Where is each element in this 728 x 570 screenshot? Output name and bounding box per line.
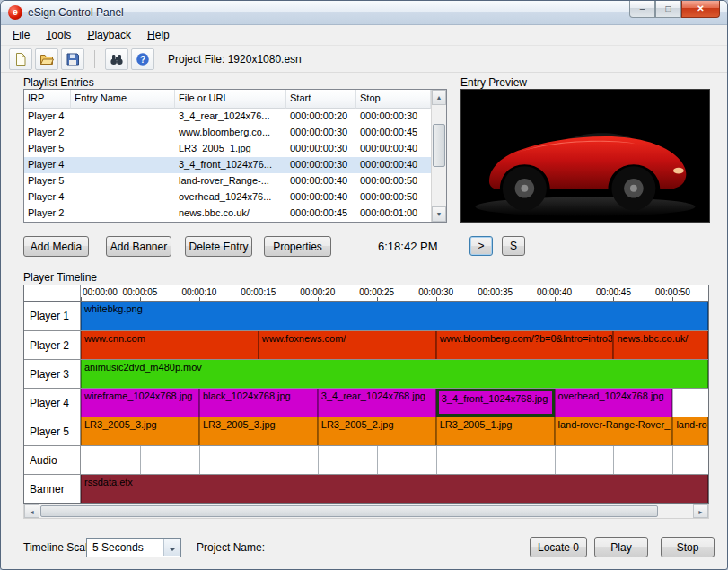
menu-help[interactable]: Help [139,26,178,44]
minimize-button[interactable]: – [629,1,655,18]
preview-section-title: Entry Preview [460,76,527,89]
playlist-cell-file: 3_4_front_1024x76... [175,157,286,173]
toolbar: ? Project File: 1920x1080.esn [1,46,727,73]
playlist-column-start[interactable]: Start [286,90,356,109]
timeline-clip[interactable]: 3_4_rear_1024x768.jpg [318,389,436,417]
timeline-clip[interactable]: overhead_1024x768.jpg [555,389,673,417]
playlist-column-file-or-url[interactable]: File or URL [175,90,286,109]
playlist-row[interactable]: Player 4overhead_1024x76...000:00:00:400… [24,189,431,206]
timeline-clip[interactable]: land-rover-Range-Rover_1 [672,417,708,445]
playlist-cell-file: 3_4_rear_1024x76... [175,109,286,125]
playlist-cell-entry-name [71,173,175,189]
track-label: Player 2 [24,331,81,359]
playlist-row[interactable]: Player 2news.bbc.co.uk/000:00:00:45000:0… [24,206,431,222]
timeline-clip[interactable]: LR3_2005_3.jpg [199,417,318,445]
timeline-scroll-thumb[interactable] [40,505,658,517]
track-lane[interactable]: www.cnn.comwww.foxnews.com/www.bloomberg… [81,331,708,359]
maximize-button[interactable]: □ [655,1,681,18]
timeline-clip[interactable]: 3_4_front_1024x768.jpg [436,389,555,417]
playlist-cell-entry-name [71,189,175,206]
ruler-label: 00:00:30 [418,287,453,297]
clip-label: animusic2dvd_m480p.mov [82,360,707,374]
scroll-down-icon[interactable]: ▼ [432,206,446,222]
playlist-cell-start: 000:00:00:20 [286,109,356,125]
clip-label: www.cnn.com [82,331,258,346]
help-button[interactable]: ? [131,48,154,70]
track-lane[interactable]: animusic2dvd_m480p.mov [81,360,708,388]
timeline-clip[interactable]: LR3_2005_3.jpg [81,417,199,445]
timeline-track-audio: Audio [24,445,708,474]
timeline-clip[interactable]: www.bloomberg.com/?b=0&Intro=intro3 [436,331,614,359]
scroll-up-icon[interactable]: ▲ [432,90,446,105]
add-media-button[interactable]: Add Media [23,236,89,257]
scroll-left-icon[interactable]: ◄ [24,504,39,518]
clip-label: land-rover-Range-Rover_1 [556,417,672,432]
timeline-clip[interactable]: www.foxnews.com/ [259,331,436,359]
timeline-clip[interactable]: whitebkg.png [81,302,708,330]
playlist-main: IRPEntry NameFile or URLStartStop Player… [24,90,431,222]
playlist-header: IRPEntry NameFile or URLStartStop [24,90,431,109]
playlist-column-irp[interactable]: IRP [24,90,71,109]
properties-button[interactable]: Properties [264,236,331,257]
ruler-tick [496,297,496,301]
track-lane[interactable]: wireframe_1024x768.jpgblack_1024x768.jpg… [81,389,708,417]
playlist-scrollbar[interactable]: ▲ ▼ [431,90,446,222]
timeline-clip[interactable]: rssdata.etx [81,475,708,503]
track-lane[interactable] [81,446,708,474]
project-name-label: Project Name: [197,541,265,554]
menu-file[interactable]: File [4,26,38,44]
playlist-row[interactable]: Player 5land-rover_Range-...000:00:00:40… [24,173,431,189]
timeline-clip[interactable]: news.bbc.co.uk/ [613,331,708,359]
timeline-scrollbar[interactable]: ◄ ► [23,504,709,519]
preview-stop-button[interactable]: S [502,236,525,256]
locate-button[interactable]: Locate 0 [530,537,587,557]
track-lane[interactable]: whitebkg.png [81,302,708,330]
app-icon[interactable]: e [8,5,22,20]
playlist-column-entry-name[interactable]: Entry Name [71,90,175,109]
timeline-clip[interactable]: black_1024x768.jpg [199,389,318,417]
playlist-cell-irp: Player 4 [24,109,71,125]
delete-entry-button[interactable]: Delete Entry [185,236,252,257]
playlist-row[interactable]: Player 43_4_rear_1024x76...000:00:00:200… [24,109,431,125]
menu-tools[interactable]: Tools [38,26,79,44]
playlist-cell-stop: 000:00:00:40 [356,157,431,173]
chevron-down-icon[interactable] [163,539,180,556]
playlist-cell-stop: 000:00:00:40 [356,141,431,157]
menu-playback[interactable]: Playback [79,26,139,44]
timeline-clip[interactable]: land-rover-Range-Rover_1 [555,417,673,445]
find-button[interactable] [105,48,128,70]
playlist-cell-entry-name [71,125,175,141]
open-project-button[interactable] [35,48,58,70]
track-lane[interactable]: rssdata.etx [81,475,708,503]
timeline-clip[interactable]: www.cnn.com [81,331,259,359]
track-label: Player 5 [24,417,81,445]
clip-label: black_1024x768.jpg [200,389,317,403]
timeline-clip[interactable]: animusic2dvd_m480p.mov [81,360,708,388]
new-project-button[interactable] [9,48,32,70]
track-lane[interactable]: LR3_2005_3.jpgLR3_2005_3.jpgLR3_2005_2.j… [81,417,708,445]
playlist-cell-file: land-rover_Range-... [175,173,286,189]
save-project-button[interactable] [61,48,84,70]
stop-button[interactable]: Stop [661,537,715,557]
playlist-row[interactable]: Player 5LR3_2005_1.jpg000:00:00:30000:00… [24,141,431,157]
playlist-row[interactable]: Player 43_4_front_1024x76...000:00:00:30… [24,157,431,173]
timeline-ruler-row: 00:00:0000:00:0500:00:1000:00:1500:00:20… [24,285,708,302]
playlist-cell-start: 000:00:00:30 [286,125,356,141]
playlist-column-stop[interactable]: Stop [356,90,431,109]
timeline-track-player-4: Player 4wireframe_1024x768.jpgblack_1024… [24,388,708,417]
preview-play-button[interactable]: > [469,236,493,256]
play-button[interactable]: Play [594,537,648,557]
timeline-track-banner: Bannerrssdata.etx [24,474,708,503]
playlist-row[interactable]: Player 2www.bloomberg.co...000:00:00:300… [24,125,431,141]
playlist-cell-start: 000:00:00:45 [286,206,356,222]
timeline-scale-select[interactable]: 5 Seconds [86,538,181,557]
playlist-cell-irp: Player 4 [24,189,71,206]
timeline-clip[interactable]: wireframe_1024x768.jpg [81,389,199,417]
timeline-clip[interactable]: LR3_2005_2.jpg [318,417,436,445]
playlist-scroll-thumb[interactable] [433,124,445,167]
close-button[interactable]: ✕ [681,1,720,18]
scroll-right-icon[interactable]: ► [693,504,708,518]
timeline-clip[interactable]: LR3_2005_1.jpg [436,417,555,445]
ruler-label: 00:00:35 [478,287,513,297]
add-banner-button[interactable]: Add Banner [106,236,171,257]
